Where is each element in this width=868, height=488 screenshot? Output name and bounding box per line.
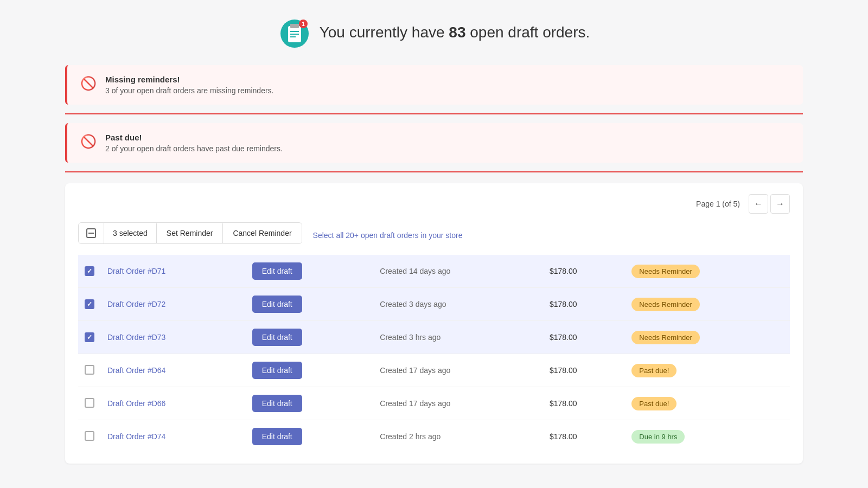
past-due-alert: 🚫 Past due! 2 of your open draft orders … [65,123,803,163]
status-badge-D73: Needs Reminder [631,331,700,344]
row-checkbox-4[interactable] [85,398,94,408]
orders-table-section: Page 1 (of 5) ← → 3 selected Set Reminde… [65,183,803,464]
cancel-reminder-button[interactable]: Cancel Reminder [223,223,301,243]
badge-cell-D66: Past due! [625,387,790,420]
row-checkbox-1[interactable] [85,299,94,309]
badge-cell-D72: Needs Reminder [625,288,790,321]
row-checkbox-cell-4[interactable] [78,387,101,420]
amount-D66: $178.00 [543,387,625,420]
select-all-checkbox[interactable] [79,223,104,243]
edit-button-cell-5: Edit draft [246,420,374,453]
pagination-info: Page 1 (of 5) [696,200,740,208]
order-link-cell-0: Draft Order #D71 [101,255,246,288]
created-date-D73: Created 3 hrs ago [373,321,543,354]
orders-table: Draft Order #D71 Edit draft Created 14 d… [78,255,790,453]
past-due-desc: 2 of your open draft orders have past du… [105,144,283,153]
table-row: Draft Order #D64 Edit draft Created 17 d… [78,354,790,387]
order-link-cell-3: Draft Order #D64 [101,354,246,387]
missing-reminders-alert: 🚫 Missing reminders! 3 of your open draf… [65,65,803,105]
pagination-bar: Page 1 (of 5) ← → [78,194,790,214]
status-badge-D64: Past due! [631,364,676,377]
set-reminder-button[interactable]: Set Reminder [157,223,224,243]
row-checkbox-cell-1[interactable] [78,288,101,321]
table-row: Draft Order #D73 Edit draft Created 3 hr… [78,321,790,354]
edit-draft-button-D72[interactable]: Edit draft [252,296,302,313]
selected-count-label: 3 selected [104,223,157,243]
table-row: Draft Order #D74 Edit draft Created 2 hr… [78,420,790,453]
edit-button-cell-3: Edit draft [246,354,374,387]
row-checkbox-cell-2[interactable] [78,321,101,354]
order-link-cell-4: Draft Order #D66 [101,387,246,420]
app-icon: 1 [278,16,311,49]
badge-cell-D73: Needs Reminder [625,321,790,354]
status-badge-D72: Needs Reminder [631,298,700,311]
missing-reminders-icon: 🚫 [80,76,97,91]
order-link-cell-1: Draft Order #D72 [101,288,246,321]
divider-2 [65,171,803,172]
amount-D73: $178.00 [543,321,625,354]
edit-draft-button-D66[interactable]: Edit draft [252,395,302,412]
indeterminate-checkbox-icon[interactable] [86,228,96,238]
page-header: 1 You currently have 83 open draft order… [65,16,803,49]
missing-reminders-desc: 3 of your open draft orders are missing … [105,86,273,95]
edit-button-cell-4: Edit draft [246,387,374,420]
edit-button-cell-1: Edit draft [246,288,374,321]
table-row: Draft Order #D72 Edit draft Created 3 da… [78,288,790,321]
divider-1 [65,113,803,114]
svg-rect-3 [290,24,299,28]
svg-text:1: 1 [302,21,305,27]
row-checkbox-cell-3[interactable] [78,354,101,387]
edit-draft-button-D64[interactable]: Edit draft [252,362,302,379]
table-row: Draft Order #D66 Edit draft Created 17 d… [78,387,790,420]
past-due-icon: 🚫 [80,134,97,149]
amount-D64: $178.00 [543,354,625,387]
order-link-D73[interactable]: Draft Order #D73 [107,333,165,342]
status-badge-D74: Due in 9 hrs [631,430,685,444]
created-date-D71: Created 14 days ago [373,255,543,288]
missing-reminders-title: Missing reminders! [105,75,273,84]
status-badge-D71: Needs Reminder [631,265,700,278]
prev-page-button[interactable]: ← [749,194,768,214]
order-link-D72[interactable]: Draft Order #D72 [107,300,165,309]
edit-draft-button-D73[interactable]: Edit draft [252,329,302,346]
edit-button-cell-2: Edit draft [246,321,374,354]
edit-draft-button-D74[interactable]: Edit draft [252,428,302,445]
amount-D71: $178.00 [543,255,625,288]
bulk-toolbar: 3 selected Set Reminder Cancel Reminder [78,222,302,244]
edit-draft-button-D71[interactable]: Edit draft [252,262,302,280]
order-link-D66[interactable]: Draft Order #D66 [107,399,165,408]
status-badge-D66: Past due! [631,397,676,410]
order-link-cell-2: Draft Order #D73 [101,321,246,354]
row-checkbox-cell-0[interactable] [78,255,101,288]
row-checkbox-5[interactable] [85,431,94,441]
page-title: You currently have 83 open draft orders. [320,24,590,41]
edit-button-cell-0: Edit draft [246,255,374,288]
badge-cell-D64: Past due! [625,354,790,387]
past-due-title: Past due! [105,133,283,142]
created-date-D64: Created 17 days ago [373,354,543,387]
row-checkbox-0[interactable] [85,266,94,276]
created-date-D74: Created 2 hrs ago [373,420,543,453]
order-link-D71[interactable]: Draft Order #D71 [107,267,165,275]
order-link-D64[interactable]: Draft Order #D64 [107,366,165,375]
badge-cell-D74: Due in 9 hrs [625,420,790,453]
row-checkbox-3[interactable] [85,365,94,375]
table-row: Draft Order #D71 Edit draft Created 14 d… [78,255,790,288]
created-date-D72: Created 3 days ago [373,288,543,321]
badge-cell-D71: Needs Reminder [625,255,790,288]
created-date-D66: Created 17 days ago [373,387,543,420]
amount-D74: $178.00 [543,420,625,453]
row-checkbox-cell-5[interactable] [78,420,101,453]
order-link-D74[interactable]: Draft Order #D74 [107,432,165,441]
order-link-cell-5: Draft Order #D74 [101,420,246,453]
row-checkbox-2[interactable] [85,332,94,342]
amount-D72: $178.00 [543,288,625,321]
next-page-button[interactable]: → [770,194,790,214]
select-all-link[interactable]: Select all 20+ open draft orders in your… [313,231,463,240]
